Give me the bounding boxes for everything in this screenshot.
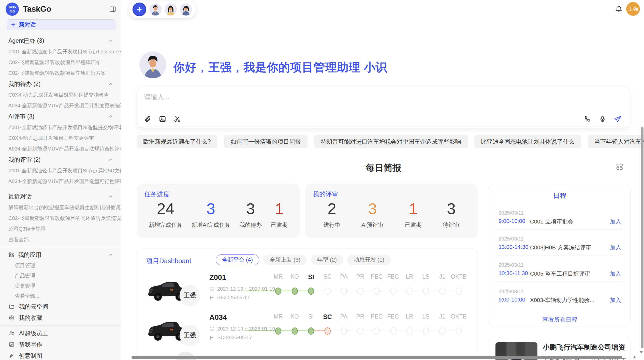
app-item[interactable]: 变更管理: [0, 281, 121, 291]
sidebar-section-header[interactable]: AI评审 (3): [0, 111, 121, 122]
image-icon[interactable]: [159, 115, 166, 123]
sidebar-section-header[interactable]: Agent已办 (3): [0, 35, 121, 46]
vertical-scrollbar[interactable]: [641, 127, 643, 348]
recent-view-all[interactable]: 查看全部...: [0, 234, 121, 245]
add-agent-button[interactable]: [133, 3, 146, 16]
suggestion-chip[interactable]: 欧洲新规最近颁布了什么?: [137, 135, 217, 148]
divider: [497, 281, 623, 282]
sidebar-link-collect[interactable]: 我的收藏: [0, 312, 121, 323]
daily-briefing-title: 每日简报: [137, 162, 631, 174]
suggestion-chip[interactable]: 如何写一份清晰的项目周报: [224, 135, 308, 148]
microphone-icon[interactable]: [599, 115, 606, 123]
horizontal-scrollbar[interactable]: [131, 356, 622, 359]
section-title: 我的待办 (2): [8, 80, 41, 88]
new-chat-button[interactable]: 新对话: [7, 19, 115, 30]
layout-grid-icon[interactable]: [616, 163, 624, 171]
chevron-up-icon[interactable]: [108, 81, 114, 87]
dashboard-tab[interactable]: 动总开发 (1): [347, 254, 391, 265]
sidebar-task-item[interactable]: A034-全新新能源MUV产品开发项目法规符合性评审: [0, 143, 121, 154]
logo-text-2: Go: [10, 9, 15, 13]
suggestion-chip[interactable]: 当下年轻人对汽车外观有怎样的喜好趋势: [588, 135, 644, 148]
sidebar-section-header[interactable]: 我的应用: [0, 249, 121, 260]
dashboard-tab[interactable]: 全新上装 (3): [263, 254, 307, 265]
app-item[interactable]: 项目管理: [0, 260, 121, 271]
phone-icon[interactable]: [584, 115, 591, 123]
milestone-dot: [325, 288, 331, 295]
sidebar-task-item[interactable]: C0X4-动力总成开发项目工程变更评审: [0, 133, 121, 143]
sidebar-tool-people[interactable]: AI超级员工: [0, 328, 121, 339]
agent-avatar-bar: [128, 1, 196, 18]
news-title: 小鹏飞行汽车制造公司增资: [543, 343, 627, 352]
milestone-dot: [374, 288, 380, 295]
sidebar-task-item[interactable]: C02-飞腾新能源轻客改款项目里程碑画布: [0, 57, 121, 68]
apps-grid-icon: [8, 252, 14, 258]
stat-metric: 1已逾期: [271, 200, 288, 229]
milestone-dot: [423, 288, 429, 295]
app-item[interactable]: 产品管理: [0, 271, 121, 281]
flag-icon: [209, 335, 215, 340]
join-meeting-link[interactable]: 加入: [610, 296, 621, 304]
join-meeting-link[interactable]: 加入: [610, 270, 621, 278]
collapse-sidebar-icon[interactable]: [109, 6, 116, 13]
agent-avatar-1[interactable]: [149, 3, 162, 16]
suggestion-chip[interactable]: 特朗普可能对进口汽车增税会对中国车企造成哪些影响: [314, 135, 468, 148]
sidebar-section-header[interactable]: 我的评审 (2): [0, 154, 121, 165]
recent-chat-item[interactable]: 解释最新出台的欧盟报废车法规再生塑料比例被调至15%...: [0, 202, 121, 213]
app-logo: Task Go: [6, 3, 19, 16]
join-meeting-link[interactable]: 加入: [610, 244, 621, 251]
recent-chat-item[interactable]: C02-飞腾新能源轻客改款项目的闭环通告反馈情况: [0, 213, 121, 223]
stat-metric: 1已逾期: [405, 200, 422, 229]
scroll-down-arrow-icon[interactable]: [638, 349, 644, 355]
chevron-up-icon[interactable]: [108, 38, 114, 44]
project-row[interactable]: 王强A0342023-12-19 ~ 2026-01-19SC-2025-05-…: [137, 313, 478, 351]
event-title: C001-立项审批会: [530, 218, 573, 226]
dashboard-tab[interactable]: 年型 (2): [311, 254, 343, 265]
sidebar-task-item[interactable]: Z001-全新燃油皮卡产品开发项目SI节点Lesson Learn报告: [0, 46, 121, 57]
chat-input[interactable]: [144, 93, 551, 108]
folder-icon: [8, 304, 15, 310]
join-meeting-link[interactable]: 加入: [610, 218, 621, 226]
sidebar-task-item[interactable]: Z001-全新燃油轻卡产品开发项目SI节点属性5D文件评审: [0, 165, 121, 176]
dashboard-tabs: 全新平台 (4)全新上装 (3)年型 (2)动总开发 (1): [216, 254, 391, 265]
apps-view-all[interactable]: 查看全部...: [0, 291, 121, 301]
task-progress-card: 任务进度24新增完成任务3新增AI完成任务3我的待办1已逾期: [137, 184, 300, 238]
sidebar-tool-write[interactable]: 帮我写作: [0, 339, 121, 350]
milestone-dot: [292, 288, 298, 295]
attachment-icon[interactable]: [144, 115, 152, 123]
stat-label: 我的待办: [239, 221, 262, 229]
sidebar-section-header[interactable]: 最近对话: [0, 191, 121, 202]
people-icon: [8, 330, 15, 336]
milestone-dot: [308, 288, 314, 295]
milestone-dot: [292, 327, 298, 335]
event-date: 2025/03/11: [499, 289, 524, 294]
clock-icon: [209, 286, 215, 292]
scroll-right-arrow-icon[interactable]: [632, 354, 637, 360]
chevron-up-icon[interactable]: [108, 157, 114, 163]
chevron-up-icon[interactable]: [108, 252, 114, 258]
chevron-up-icon[interactable]: [108, 113, 114, 119]
sidebar-task-item[interactable]: C02-飞腾新能源轻客改款项目立项汇报方案: [0, 68, 121, 78]
project-row[interactable]: 王强Z0012023-12-19 ~ 2027-01-19SI-2025-05-…: [137, 273, 478, 311]
sidebar-link-folder[interactable]: 我的云空间: [0, 301, 121, 312]
stat-metric: 3待评审: [443, 200, 460, 229]
stat-value: 3: [192, 200, 230, 218]
agent-avatar-3[interactable]: [180, 3, 192, 16]
scissors-icon[interactable]: [173, 115, 181, 123]
chevron-up-icon[interactable]: [108, 193, 114, 200]
sidebar-section-header[interactable]: 我的待办 (2): [0, 78, 121, 89]
stat-metric: 3AI预评审: [361, 200, 384, 229]
send-icon[interactable]: [614, 115, 622, 123]
suggestion-chip[interactable]: 比亚迪全固态电池计划具体说了什么: [474, 135, 581, 148]
notification-bell-icon[interactable]: [615, 5, 623, 13]
agent-avatar-2[interactable]: [165, 3, 177, 16]
recent-chat-item[interactable]: 公司Q3轻卡销量: [0, 223, 121, 234]
sidebar-task-item[interactable]: A034-全新新能源MUV产品开发项目造型可行性评审: [0, 176, 121, 187]
sidebar-tool-feather[interactable]: 创意制图: [0, 350, 121, 360]
view-all-schedule-link[interactable]: 查看所有日程: [489, 316, 630, 324]
sidebar-task-item[interactable]: C0X4-动力总成开发项目SI里程碑提交物检查: [0, 89, 121, 100]
sidebar-task-item[interactable]: Z001-全新燃油轻卡产品开发项目SI造型提交物评审: [0, 122, 121, 133]
sidebar-task-item[interactable]: A034-全新新能源MUV产品开发项目计划变更表编写: [0, 100, 121, 111]
dashboard-tab[interactable]: 全新平台 (4): [216, 254, 259, 265]
milestone-dot: [374, 327, 380, 335]
user-avatar[interactable]: 王强: [626, 2, 640, 16]
